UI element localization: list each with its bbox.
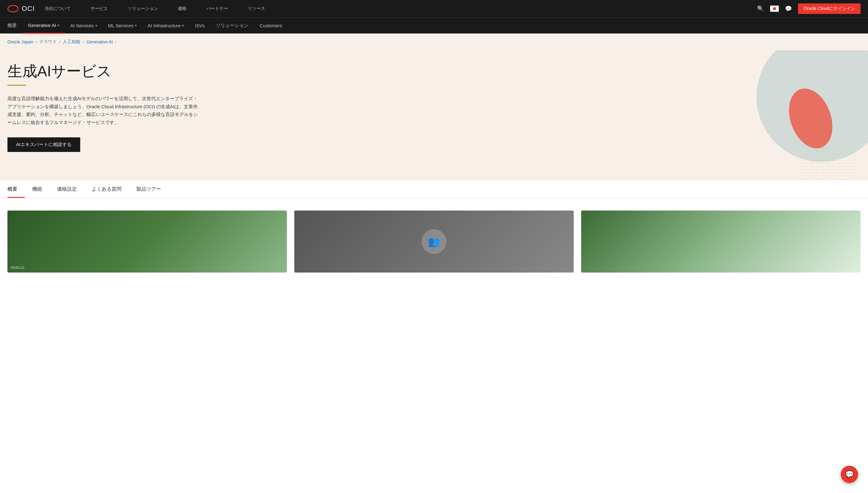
breadcrumb-sep-1: › (36, 40, 37, 44)
tab-pricing[interactable]: 価格設定 (57, 180, 84, 198)
tab-features[interactable]: 機能 (32, 180, 50, 198)
hero-title: 生成AIサービス (7, 63, 218, 80)
breadcrumb-generative-ai[interactable]: Generative AI (87, 39, 113, 44)
sec-nav-solutions[interactable]: ソリューション (210, 18, 254, 34)
top-navigation: OCI 当社について サービス ソリューション 価格 パートナー リソース 🔍 … (0, 0, 868, 17)
hero-underline-decoration (7, 85, 26, 86)
nav-link-solutions[interactable]: ソリューション (122, 1, 164, 17)
ai-infrastructure-chevron: ▾ (182, 24, 184, 27)
nav-link-resources[interactable]: リソース (242, 1, 271, 17)
card-1[interactable]: ORACLE (7, 211, 287, 273)
breadcrumb-cloud[interactable]: クラウド (39, 39, 57, 45)
sec-nav-ml-services-label: ML Services (108, 23, 134, 28)
generative-ai-chevron: ▾ (58, 24, 59, 27)
sec-nav-ai-services-label: AI Services (70, 23, 94, 28)
nav-link-pricing[interactable]: 価格 (172, 1, 192, 17)
sec-nav-ai-services[interactable]: AI Services ▾ (65, 18, 102, 34)
cards-section: ORACLE 👥 (0, 198, 868, 285)
sec-nav-generative-ai[interactable]: Generative AI ▾ (22, 18, 65, 34)
chat-nav-button[interactable]: 💬 (785, 5, 792, 12)
signin-button[interactable]: Oracle Cloudにサインイン (798, 3, 861, 14)
tab-product-tour[interactable]: 製品ツアー (136, 180, 168, 198)
cta-button[interactable]: AIエキスパートに相談する (7, 137, 80, 152)
card-3-image (581, 211, 861, 273)
tab-pricing-label: 価格設定 (57, 186, 77, 192)
tab-faq-label: よくある質問 (92, 186, 121, 192)
sec-nav-ai-infrastructure[interactable]: AI Infrastructure ▾ (142, 18, 189, 34)
card-2[interactable]: 👥 (294, 211, 574, 273)
breadcrumb: Oracle Japan › クラウド › 人工知能 › Generative … (0, 34, 868, 50)
sec-nav-overview-label: 概要 (7, 23, 17, 28)
oracle-logo-oval (7, 5, 19, 13)
tab-overview-label: 概要 (7, 186, 17, 192)
nav-link-services[interactable]: サービス (85, 1, 113, 17)
nav-link-about[interactable]: 当社について (45, 1, 76, 17)
breadcrumb-oracle-japan[interactable]: Oracle Japan (7, 39, 33, 44)
sec-nav-customers-label: Customers (259, 23, 282, 28)
sec-nav-isvs[interactable]: ISVs (189, 18, 210, 34)
sec-nav-customers[interactable]: Customers (254, 18, 288, 34)
oci-text: OCI (22, 5, 35, 13)
hero-decorative (732, 50, 868, 180)
ml-services-chevron: ▾ (135, 24, 137, 27)
sec-nav-ml-services[interactable]: ML Services ▾ (102, 18, 142, 34)
sec-nav-ai-infrastructure-label: AI Infrastructure (148, 23, 181, 28)
sec-nav-overview[interactable]: 概要 (7, 18, 22, 34)
tabs-bar: 概要 機能 価格設定 よくある質問 製品ツアー (0, 180, 868, 198)
tab-features-label: 機能 (32, 186, 42, 192)
ai-services-chevron: ▾ (95, 24, 97, 27)
breadcrumb-sep-2: › (59, 40, 61, 44)
sec-nav-generative-ai-label: Generative AI (28, 23, 56, 28)
sec-nav-isvs-label: ISVs (195, 23, 205, 28)
nav-link-partners[interactable]: パートナー (201, 1, 233, 17)
hero-section: 生成AIサービス 高度な言語理解能力を備えた生成AIモデルのパワーを活用して、次… (0, 50, 868, 180)
breadcrumb-sep-3: › (83, 40, 84, 44)
tab-overview[interactable]: 概要 (7, 180, 25, 198)
card-3[interactable] (581, 211, 861, 273)
logo-container[interactable]: OCI (7, 5, 35, 13)
top-nav-links: 当社について サービス ソリューション 価格 パートナー リソース (45, 1, 747, 17)
breadcrumb-sep-4: › (115, 40, 116, 44)
breadcrumb-ai[interactable]: 人工知能 (63, 39, 80, 45)
sec-nav-solutions-label: ソリューション (216, 23, 248, 28)
secondary-navigation: 概要 Generative AI ▾ AI Services ▾ ML Serv… (0, 17, 868, 34)
language-flag-jp[interactable] (770, 5, 779, 12)
hero-content: 生成AIサービス 高度な言語理解能力を備えた生成AIモデルのパワーを活用して、次… (7, 63, 218, 152)
deco-dots (800, 143, 855, 180)
tab-faq[interactable]: よくある質問 (92, 180, 129, 198)
tab-product-tour-label: 製品ツアー (136, 186, 161, 192)
search-button[interactable]: 🔍 (757, 5, 764, 12)
hero-description: 高度な言語理解能力を備えた生成AIモデルのパワーを活用して、次世代エンタープライ… (7, 94, 200, 126)
card-2-image: 👥 (294, 211, 574, 273)
top-nav-right: 🔍 💬 Oracle Cloudにサインイン (757, 3, 861, 14)
card-1-image: ORACLE (7, 211, 287, 273)
